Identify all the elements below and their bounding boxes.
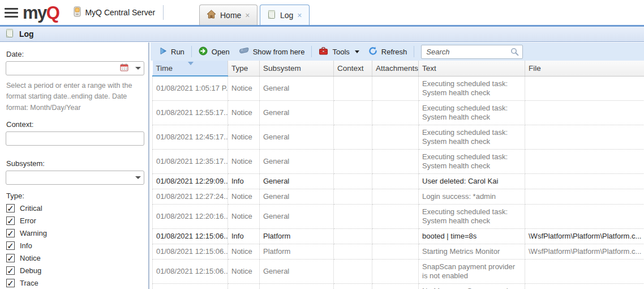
type-option-critical[interactable]: ✓ Critical: [6, 204, 143, 212]
run-button[interactable]: Run: [155, 45, 189, 58]
toolbar-separator: [191, 46, 192, 57]
pointer-icon: [239, 47, 249, 56]
server-icon: [74, 6, 81, 19]
table-row[interactable]: 01/08/2021 12:15:06...NoticeGeneralSnapS…: [153, 259, 644, 283]
log-page-icon: [267, 10, 276, 21]
type-label: Type:: [6, 192, 143, 200]
column-header-attachments[interactable]: Attachments: [372, 61, 419, 76]
close-icon[interactable]: ×: [297, 11, 302, 19]
page-title: Log: [19, 29, 34, 39]
refresh-button[interactable]: Refresh: [364, 45, 412, 59]
subsystem-label: Subsystem:: [6, 159, 143, 168]
filter-panel: Date: Select a period or enter a range w…: [0, 42, 149, 289]
type-option-debug[interactable]: ✓ Debug: [6, 266, 143, 275]
table-row[interactable]: 01/08/2021 12:55:17...NoticeGeneralExecu…: [153, 100, 644, 125]
table-row[interactable]: 01/08/2021 12:35:17...NoticeGeneralExecu…: [153, 149, 644, 173]
column-header-subsystem[interactable]: Subsystem: [260, 61, 334, 76]
tab-home[interactable]: Home ×: [199, 5, 257, 25]
checkbox-checked[interactable]: ✓: [6, 216, 15, 225]
play-icon: [160, 47, 167, 57]
column-header-text[interactable]: Text: [419, 61, 525, 76]
context-input[interactable]: [6, 131, 144, 146]
calendar-icon[interactable]: [120, 63, 128, 73]
myq-logo: myQ: [23, 4, 59, 22]
column-header-type[interactable]: Type: [228, 61, 260, 76]
toolbar-separator: [311, 46, 312, 57]
log-table: Time Type Subsystem Context Attachments …: [152, 61, 644, 289]
table-header-row: Time Type Subsystem Context Attachments …: [153, 61, 644, 76]
date-help-text: Select a period or enter a range with th…: [6, 80, 143, 113]
table-row[interactable]: 01/08/2021 1:05:17 P...NoticeGeneralExec…: [153, 76, 644, 100]
date-label: Date:: [6, 50, 143, 58]
type-option-warning[interactable]: ✓ Warning: [6, 229, 143, 237]
context-label: Context:: [6, 120, 143, 129]
checkbox-checked[interactable]: ✓: [6, 254, 15, 262]
refresh-icon: [368, 46, 377, 57]
checkbox-checked[interactable]: ✓: [6, 266, 15, 275]
type-option-error[interactable]: ✓ Error: [6, 216, 143, 225]
table-row[interactable]: 01/08/2021 12:45:17...NoticeGeneralExecu…: [153, 125, 644, 149]
table-row[interactable]: 01/08/2021 12:15:06...InfoPlatformbooted…: [153, 228, 644, 244]
subsystem-select[interactable]: [6, 171, 144, 185]
checkbox-checked[interactable]: ✓: [6, 229, 15, 237]
table-row[interactable]: 01/08/2021 12:20:16...NoticeGeneralExecu…: [153, 204, 644, 228]
home-icon: [207, 10, 216, 20]
show-from-here-button[interactable]: Show from here: [234, 45, 310, 58]
type-checkbox-list: ✓ Critical ✓ Error ✓ Warning ✓ Info ✓ No…: [6, 204, 143, 287]
toolbox-icon: [319, 46, 328, 57]
log-toolbar: Run Open Show from here Tools: [151, 42, 644, 61]
server-chip: MyQ Central Server: [74, 6, 155, 19]
checkbox-checked[interactable]: ✓: [6, 204, 15, 212]
tab-home-label: Home: [220, 11, 241, 20]
column-header-file[interactable]: File: [525, 61, 644, 76]
server-name-label: MyQ Central Server: [85, 8, 155, 17]
table-row[interactable]: 01/08/2021 12:15:06...NoticePlatformMess…: [153, 283, 644, 289]
table-row[interactable]: 01/08/2021 12:15:06...NoticePlatformStar…: [153, 244, 644, 259]
chevron-down-icon: [355, 50, 359, 53]
type-option-info[interactable]: ✓ Info: [6, 241, 143, 250]
topbar-divider: [163, 5, 164, 20]
close-icon[interactable]: ×: [245, 11, 250, 19]
table-row[interactable]: 01/08/2021 12:29:09...InfoGeneralUser de…: [153, 173, 644, 189]
open-button[interactable]: Open: [194, 45, 234, 59]
column-header-time[interactable]: Time: [153, 61, 228, 76]
tools-button[interactable]: Tools: [314, 45, 363, 58]
page-title-bar: Log: [0, 27, 644, 42]
chevron-down-icon[interactable]: [135, 67, 141, 70]
chevron-down-icon[interactable]: [135, 176, 141, 179]
table-row[interactable]: 01/08/2021 12:27:24...NoticeGeneralLogin…: [153, 189, 644, 204]
checkbox-checked[interactable]: ✓: [6, 279, 15, 287]
tab-log[interactable]: Log ×: [260, 5, 310, 25]
column-header-context[interactable]: Context: [334, 61, 372, 76]
type-option-notice[interactable]: ✓ Notice: [6, 254, 143, 262]
type-option-trace[interactable]: ✓ Trace: [6, 279, 143, 287]
toolbar-separator: [414, 46, 414, 57]
search-input[interactable]: [421, 45, 523, 59]
checkbox-checked[interactable]: ✓: [6, 241, 15, 250]
green-arrow-circle-icon: [199, 46, 208, 57]
tab-log-label: Log: [280, 11, 293, 20]
log-main-area: Run Open Show from here Tools: [151, 42, 644, 289]
magnifier-icon: [510, 48, 519, 56]
menu-icon[interactable]: [5, 8, 18, 18]
top-bar: myQ MyQ Central Server Home × Log ×: [0, 0, 644, 25]
log-page-icon: [5, 28, 14, 40]
table-search: [421, 45, 523, 59]
sort-desc-icon: [188, 62, 194, 65]
